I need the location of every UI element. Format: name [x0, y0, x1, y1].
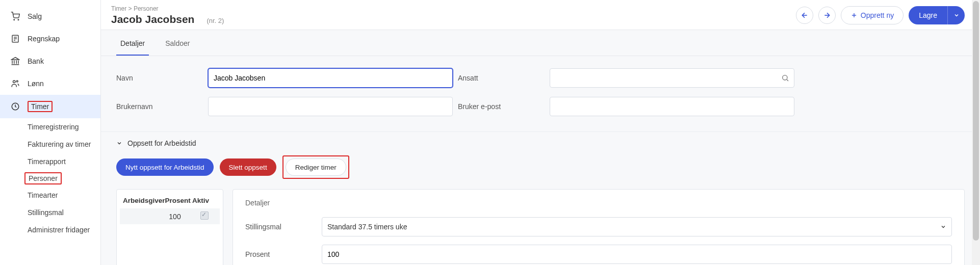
- cell-prosent: 100: [158, 213, 192, 221]
- side-table-header: Arbeidsgiver Prosent Aktiv: [120, 197, 220, 208]
- save-dropdown-button[interactable]: [947, 6, 965, 24]
- page-title: Jacob Jacobsen: [111, 13, 194, 25]
- col-aktiv: Aktiv: [192, 197, 217, 204]
- slett-oppsett-button[interactable]: Slett oppsett: [220, 158, 276, 176]
- subnav-timeregistrering[interactable]: Timeregistrering: [28, 118, 100, 136]
- nav-label: Lønn: [28, 80, 44, 88]
- chevron-down-icon: [940, 224, 946, 230]
- prosent-label: Prosent: [245, 250, 317, 258]
- detail-card: Detaljer Stillingsmal Standard 37.5 time…: [233, 189, 965, 265]
- bruker-epost-label: Bruker e-post: [458, 102, 545, 111]
- subnav-personer[interactable]: Personer: [24, 172, 62, 184]
- tabs: Detaljer Saldoer: [101, 30, 980, 56]
- detail-card-title: Detaljer: [245, 199, 952, 207]
- subnav-stillingsmal[interactable]: Stillingsmal: [28, 204, 100, 221]
- nav-label: Timer: [31, 102, 49, 111]
- chevron-down-icon: [953, 12, 960, 18]
- nav-item-timer[interactable]: Timer: [0, 95, 100, 118]
- nav-label: Salg: [28, 12, 42, 20]
- subnav-fakturering[interactable]: Fakturering av timer: [28, 136, 100, 153]
- collapsible-title: Oppsett for Arbeidstid: [127, 139, 196, 147]
- cart-icon: [10, 11, 20, 21]
- stillingsmal-select[interactable]: Standard 37.5 timers uke: [322, 217, 952, 236]
- chevron-down-icon: [116, 140, 122, 146]
- page-subtitle: (nr. 2): [207, 17, 224, 24]
- header-left: Timer > Personer Jacob Jacobsen (nr. 2): [111, 5, 796, 25]
- tab-saldoer[interactable]: Saldoer: [161, 30, 194, 56]
- svg-point-19: [783, 75, 787, 80]
- side-table: Arbeidsgiver Prosent Aktiv 100: [116, 189, 223, 265]
- create-new-label: Opprett ny: [861, 11, 894, 19]
- svg-point-13: [16, 81, 18, 82]
- ansatt-input[interactable]: [550, 68, 794, 88]
- forward-button[interactable]: [818, 7, 836, 24]
- clock-icon: [10, 101, 20, 112]
- save-button[interactable]: Lagre: [909, 6, 947, 24]
- back-button[interactable]: [796, 7, 813, 24]
- subnav-timearter[interactable]: Timearter: [28, 187, 100, 204]
- table-row[interactable]: 100: [120, 208, 220, 224]
- navn-label: Navn: [116, 74, 203, 82]
- checkbox-icon[interactable]: [200, 211, 209, 220]
- svg-point-0: [14, 19, 15, 20]
- breadcrumb[interactable]: Timer > Personer: [111, 5, 796, 12]
- nav-item-salg[interactable]: Salg: [0, 5, 100, 28]
- highlight-rediger: Rediger timer: [282, 155, 349, 179]
- collapsible-arbeidstid: Oppsett for Arbeidstid: [101, 131, 980, 154]
- collapsible-header[interactable]: Oppsett for Arbeidstid: [116, 132, 965, 154]
- tab-detaljer[interactable]: Detaljer: [116, 30, 149, 56]
- bank-icon: [10, 56, 20, 66]
- navn-input[interactable]: [208, 68, 453, 88]
- svg-point-1: [18, 19, 19, 20]
- subnav-fridager[interactable]: Administrer fridager: [28, 221, 100, 238]
- save-split-button: Lagre: [909, 6, 965, 24]
- brukernavn-label: Brukernavn: [116, 102, 203, 111]
- button-row: Nytt oppsett for Arbeidstid Slett oppset…: [101, 154, 980, 189]
- subnav-timerapport[interactable]: Timerapport: [28, 153, 100, 170]
- subnav: Timeregistrering Fakturering av timer Ti…: [0, 118, 100, 238]
- cell-aktiv: [192, 211, 217, 221]
- prosent-input[interactable]: [322, 245, 952, 264]
- search-icon[interactable]: [781, 74, 789, 82]
- rediger-timer-button[interactable]: Rediger timer: [286, 158, 346, 176]
- nav-item-bank[interactable]: Bank: [0, 50, 100, 72]
- svg-marker-6: [12, 58, 19, 60]
- stillingsmal-value: Standard 37.5 timers uke: [327, 223, 407, 231]
- form-section: Navn Ansatt Brukernavn Bruker e-post: [101, 56, 980, 121]
- header: Timer > Personer Jacob Jacobsen (nr. 2) …: [101, 0, 980, 30]
- stillingsmal-label: Stillingsmal: [245, 223, 317, 231]
- create-new-button[interactable]: Opprett ny: [841, 6, 904, 24]
- nav-item-regnskap[interactable]: Regnskap: [0, 28, 100, 50]
- doc-icon: [10, 34, 20, 44]
- sub-panel: Arbeidsgiver Prosent Aktiv 100 Detaljer …: [101, 189, 980, 265]
- col-arbeidsgiver: Arbeidsgiver: [123, 197, 165, 204]
- ansatt-label: Ansatt: [458, 74, 545, 82]
- col-prosent: Prosent: [165, 197, 192, 204]
- highlight-timer: Timer: [28, 101, 53, 112]
- nav-label: Bank: [28, 57, 44, 65]
- header-actions: Opprett ny Lagre: [796, 6, 965, 24]
- scrollbar-track[interactable]: [972, 0, 980, 265]
- bruker-epost-input[interactable]: [550, 97, 794, 116]
- nav-item-lonn[interactable]: Lønn: [0, 72, 100, 95]
- main: Timer > Personer Jacob Jacobsen (nr. 2) …: [101, 0, 980, 265]
- svg-point-12: [13, 81, 16, 83]
- scrollbar-thumb[interactable]: [973, 1, 979, 241]
- sidebar: Salg Regnskap Bank Lønn Timer Timeregist…: [0, 0, 101, 265]
- nav-label: Regnskap: [28, 35, 60, 43]
- nytt-oppsett-button[interactable]: Nytt oppsett for Arbeidstid: [116, 158, 214, 176]
- people-icon: [10, 78, 20, 89]
- brukernavn-input[interactable]: [208, 97, 453, 116]
- svg-line-20: [787, 80, 788, 81]
- plus-icon: [850, 12, 858, 19]
- content: Detaljer Saldoer Navn Ansatt Brukernavn …: [101, 30, 980, 265]
